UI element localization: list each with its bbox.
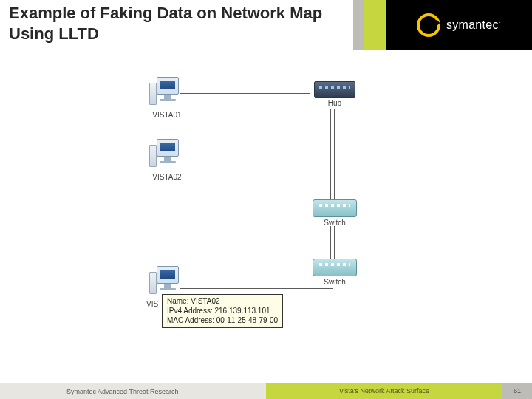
brand-name: symantec (446, 18, 499, 31)
node-label: VISTA02 (145, 173, 189, 181)
line-vista02b-switch2-h (180, 288, 333, 289)
slide-title: Example of Faking Data on Network Map Us… (9, 3, 349, 44)
footer-left: Symantec Advanced Threat Research (0, 383, 266, 399)
title-area: Example of Faking Data on Network Map Us… (9, 3, 349, 44)
switch-icon (313, 259, 357, 276)
switch-icon (313, 200, 357, 217)
line-vista02-hub-h (180, 157, 333, 157)
hub-icon (314, 81, 355, 98)
node-label: VISTA01 (145, 111, 189, 119)
tooltip-value: 216.139.113.101 (214, 307, 270, 315)
brand-trademark: . (499, 18, 501, 24)
line-switch1-switch2 (330, 226, 335, 259)
node-label: Switch (309, 219, 361, 227)
footer-page-number: 61 (502, 383, 532, 399)
node-switch1: Switch (309, 200, 361, 227)
tooltip-row: IPv4 Address: 216.139.113.101 (167, 306, 278, 316)
tooltip-row: Name: VISTA02 (167, 296, 278, 306)
node-vista02: VISTA02 (145, 139, 189, 181)
diagram-canvas: VISTA01 VISTA02 VIS Hub Switch Switch (0, 52, 532, 362)
node-tooltip: Name: VISTA02 IPv4 Address: 216.139.113.… (162, 294, 283, 328)
computer-icon (149, 77, 185, 109)
symantec-ring-icon (417, 13, 440, 37)
header-strip: symantec. (353, 0, 532, 50)
tooltip-row: MAC Address: 00-11-25-48-79-00 (167, 316, 278, 325)
brand-logo-area: symantec. (386, 0, 532, 50)
node-hub: Hub (310, 81, 359, 107)
tooltip-label: Name: (167, 297, 188, 305)
line-hub-switch1 (330, 109, 335, 200)
tooltip-label: IPv4 Address: (167, 307, 213, 315)
strip-grey (353, 0, 364, 50)
slide: Example of Faking Data on Network Map Us… (0, 0, 532, 399)
node-vista01: VISTA01 (145, 77, 189, 119)
computer-icon (149, 139, 185, 171)
brand-wordmark: symantec. (446, 18, 501, 32)
node-label: Switch (309, 278, 361, 286)
tooltip-value: 00-11-25-48-79-00 (216, 316, 278, 324)
strip-green (364, 0, 386, 50)
tooltip-value: VISTA02 (191, 297, 219, 305)
line-vista01-hub (180, 93, 310, 94)
tooltip-label: MAC Address: (167, 316, 214, 324)
node-switch2: Switch (309, 259, 361, 286)
footer: Symantec Advanced Threat Research Vista'… (0, 383, 532, 399)
footer-mid: Vista's Network Attack Surface (266, 383, 502, 399)
node-label: Hub (310, 99, 359, 107)
